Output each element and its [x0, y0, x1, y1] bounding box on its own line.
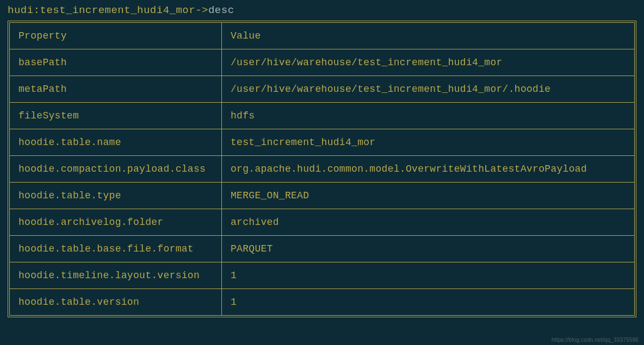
- value-cell: /user/hive/warehouse/test_increment_hudi…: [222, 76, 635, 103]
- table-row: hoodie.timeline.layout.version 1: [10, 262, 635, 289]
- value-cell: 1: [222, 289, 635, 316]
- property-cell: hoodie.compaction.payload.class: [10, 156, 222, 183]
- desc-output-table: Property Value basePath /user/hive/wareh…: [9, 22, 635, 316]
- value-cell: org.apache.hudi.common.model.OverwriteWi…: [222, 156, 635, 183]
- value-cell: archived: [222, 209, 635, 236]
- table-row: hoodie.table.base.file.format PARQUET: [10, 236, 635, 262]
- value-cell: test_increment_hudi4_mor: [222, 129, 635, 156]
- table-header-row: Property Value: [10, 23, 635, 49]
- cli-command: desc: [208, 4, 234, 16]
- cli-prompt-line: hudi:test_increment_hudi4_mor->desc: [8, 4, 636, 16]
- table-row: hoodie.table.name test_increment_hudi4_m…: [10, 129, 635, 156]
- header-property: Property: [10, 23, 222, 49]
- watermark-text: https://blog.csdn.net/qq_33375596: [552, 337, 639, 343]
- table-row: hoodie.compaction.payload.class org.apac…: [10, 156, 635, 183]
- cli-prompt-prefix: hudi:test_increment_hudi4_mor->: [8, 4, 208, 16]
- table-row: hoodie.archivelog.folder archived: [10, 209, 635, 236]
- table-row: metaPath /user/hive/warehouse/test_incre…: [10, 76, 635, 103]
- header-value: Value: [222, 23, 635, 49]
- property-cell: hoodie.archivelog.folder: [10, 209, 222, 236]
- table-row: hoodie.table.type MERGE_ON_READ: [10, 183, 635, 209]
- property-cell: hoodie.table.type: [10, 183, 222, 209]
- value-cell: 1: [222, 262, 635, 289]
- property-cell: hoodie.timeline.layout.version: [10, 262, 222, 289]
- value-cell: hdfs: [222, 103, 635, 129]
- property-cell: hoodie.table.base.file.format: [10, 236, 222, 262]
- property-cell: fileSystem: [10, 103, 222, 129]
- value-cell: MERGE_ON_READ: [222, 183, 635, 209]
- table-row: basePath /user/hive/warehouse/test_incre…: [10, 49, 635, 76]
- property-cell: hoodie.table.name: [10, 129, 222, 156]
- table-row: fileSystem hdfs: [10, 103, 635, 129]
- property-cell: metaPath: [10, 76, 222, 103]
- output-table-wrapper: Property Value basePath /user/hive/wareh…: [8, 21, 636, 317]
- property-cell: hoodie.table.version: [10, 289, 222, 316]
- property-cell: basePath: [10, 49, 222, 76]
- table-row: hoodie.table.version 1: [10, 289, 635, 316]
- value-cell: PARQUET: [222, 236, 635, 262]
- value-cell: /user/hive/warehouse/test_increment_hudi…: [222, 49, 635, 76]
